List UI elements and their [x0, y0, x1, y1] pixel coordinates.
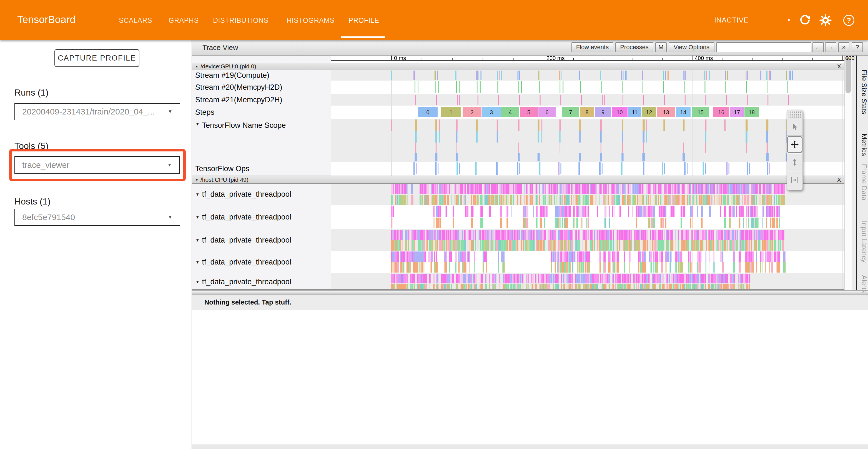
- step-box-6[interactable]: 6: [538, 107, 556, 117]
- ruler-label: 600: [845, 55, 855, 61]
- collapse-arrow-icon: ▾: [196, 214, 199, 220]
- tab-profile[interactable]: PROFILE: [348, 17, 379, 25]
- vertical-scrollbar-thumb[interactable]: [845, 58, 851, 93]
- step-box-0[interactable]: 0: [418, 107, 438, 117]
- tab-scalars[interactable]: SCALARS: [119, 17, 152, 25]
- settings-button[interactable]: [819, 14, 832, 27]
- step-box-12[interactable]: 12: [642, 107, 656, 117]
- trace-help-button[interactable]: ?: [851, 42, 863, 52]
- row-label-text: tf_data_private_threadpool: [202, 213, 291, 221]
- section-header-gpu[interactable]: ▾/device:GPU:0 (pid 0)X: [192, 63, 844, 70]
- trace-bottom-border: [192, 289, 844, 290]
- row-tf-ops-label: TensorFlow Ops: [192, 162, 331, 176]
- view-options-button[interactable]: View Options: [669, 42, 714, 52]
- step-box-13[interactable]: 13: [657, 107, 675, 117]
- ruler-label: 400 ms: [695, 55, 713, 61]
- step-box-17[interactable]: 17: [730, 107, 744, 117]
- step-box-16[interactable]: 16: [713, 107, 729, 117]
- trace-canvas[interactable]: [331, 56, 844, 290]
- ruler-label: 200 ms: [547, 55, 565, 61]
- runs-value: 20200409-231431/train/2020_04_...: [22, 107, 155, 116]
- row-threadpool-4-label[interactable]: ▾tf_data_private_threadpool: [192, 251, 331, 273]
- hosts-dropdown[interactable]: 8efc5e791540 ▼: [14, 209, 180, 226]
- close-section-button[interactable]: X: [837, 176, 841, 183]
- section-title: /host:CPU (pid 49): [200, 176, 249, 183]
- row-label-text: tf_data_private_threadpool: [202, 236, 291, 244]
- row-threadpool-5-label[interactable]: ▾tf_data_private_threadpool: [192, 273, 331, 290]
- step-box-4[interactable]: 4: [501, 107, 519, 117]
- trace-view-titlebar: Trace View Flow eventsProcessesMView Opt…: [192, 40, 868, 56]
- chevron-down-icon: ▼: [168, 214, 173, 220]
- horizontal-splitter[interactable]: [192, 290, 868, 295]
- row-tf-name-scope-label[interactable]: ▾TensorFlow Name Scope: [192, 119, 331, 162]
- runs-dropdown[interactable]: 20200409-231431/train/2020_04_... ▼: [14, 103, 180, 120]
- flow-events-button[interactable]: Flow events: [571, 42, 613, 52]
- step-box-5[interactable]: 5: [520, 107, 538, 117]
- select-tool-button[interactable]: [787, 118, 803, 136]
- app-title: TensorBoard: [17, 14, 75, 26]
- step-box-2[interactable]: 2: [463, 107, 482, 117]
- step-box-3[interactable]: 3: [482, 107, 501, 117]
- refresh-button[interactable]: [799, 14, 811, 27]
- more-button[interactable]: »: [838, 42, 849, 52]
- collapse-arrow-icon: ▾: [196, 191, 199, 197]
- step-box-11[interactable]: 11: [628, 107, 642, 117]
- timing-select-icon: [790, 176, 799, 184]
- tab-distributions[interactable]: DISTRIBUTIONS: [213, 17, 269, 25]
- step-box-15[interactable]: 15: [692, 107, 709, 117]
- palette-drag-handle[interactable]: [788, 111, 801, 118]
- zoom-tool-button[interactable]: [787, 153, 803, 171]
- row-stream-19-label: Stream #19(Compute): [192, 70, 331, 81]
- side-tab-frame-data[interactable]: Frame Data: [858, 164, 868, 201]
- collapse-arrow-icon: ▾: [196, 64, 198, 69]
- pointer-icon: [790, 122, 799, 131]
- row-label-text: Stream #21(MemcpyD2H): [195, 96, 282, 104]
- analysis-tab-strip-border: [856, 54, 857, 290]
- hosts-value: 8efc5e791540: [22, 213, 75, 222]
- row-threadpool-2-label[interactable]: ▾tf_data_private_threadpool: [192, 205, 331, 229]
- step-box-9[interactable]: 9: [595, 107, 611, 117]
- chevron-down-icon: ▼: [168, 109, 173, 115]
- step-box-14[interactable]: 14: [676, 107, 690, 117]
- pan-icon: [790, 140, 799, 149]
- row-label-text: TensorFlow Name Scope: [202, 121, 286, 130]
- processes-button[interactable]: Processes: [615, 42, 653, 52]
- next-button[interactable]: →: [825, 42, 836, 52]
- section-title: /device:GPU:0 (pid 0): [200, 63, 256, 70]
- status-dropdown[interactable]: INACTIVE ▼: [714, 13, 793, 27]
- help-button[interactable]: ?: [842, 14, 855, 27]
- tools-dropdown[interactable]: trace_viewer ▼: [14, 156, 180, 174]
- label-column-divider: [331, 54, 331, 290]
- side-tab-metrics[interactable]: Metrics: [858, 133, 868, 156]
- sidebar: CAPTURE PROFILE Runs (1) 20200409-231431…: [0, 40, 192, 449]
- status-label: INACTIVE: [714, 16, 749, 25]
- row-label-text: tf_data_private_threadpool: [202, 258, 291, 266]
- row-threadpool-1-label[interactable]: ▾tf_data_private_threadpool: [192, 184, 331, 205]
- collapse-arrow-icon: ▾: [196, 178, 198, 182]
- side-tab-input-latency[interactable]: Input Latency: [858, 221, 868, 263]
- pan-tool-button[interactable]: [787, 136, 803, 153]
- trace-search-input[interactable]: [716, 42, 811, 52]
- capture-profile-button[interactable]: CAPTURE PROFILE: [55, 49, 140, 67]
- tab-graphs[interactable]: GRAPHS: [168, 17, 199, 25]
- timing-tool-button[interactable]: [787, 171, 803, 189]
- row-threadpool-3-label[interactable]: ▾tf_data_private_threadpool: [192, 229, 331, 251]
- step-box-10[interactable]: 10: [612, 107, 627, 117]
- row-label-text: TensorFlow Ops: [195, 164, 249, 173]
- side-tab-alerts[interactable]: Alerts: [858, 275, 868, 293]
- step-box-1[interactable]: 1: [441, 107, 461, 117]
- m-button[interactable]: M: [655, 42, 667, 52]
- step-box-7[interactable]: 7: [562, 107, 579, 117]
- tab-histograms[interactable]: HISTOGRAMS: [286, 17, 335, 25]
- prev-button[interactable]: ←: [812, 42, 824, 52]
- chevron-down-icon: ▼: [167, 162, 172, 168]
- ruler-label: 0 ms: [394, 55, 406, 61]
- tensorboard-app: TensorBoard SCALARSGRAPHSDISTRIBUTIONSHI…: [0, 0, 868, 449]
- selection-info-text: Nothing selected. Tap stuff.: [205, 298, 291, 306]
- side-tab-file-size-stats[interactable]: File Size Stats: [858, 70, 868, 115]
- section-header-cpu[interactable]: ▾/host:CPU (pid 49)X: [192, 176, 844, 184]
- step-box-18[interactable]: 18: [744, 107, 759, 117]
- close-section-button[interactable]: X: [837, 63, 841, 70]
- trace-viewer-pane: Stream #19(Compute)Stream #20(MemcpyH2D)…: [192, 40, 868, 449]
- step-box-8[interactable]: 8: [580, 107, 594, 117]
